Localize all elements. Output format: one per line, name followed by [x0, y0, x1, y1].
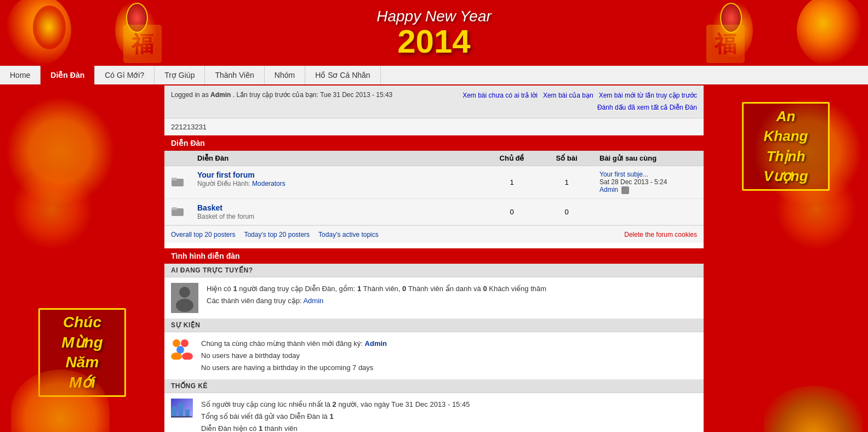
- forum-section-title: Diễn Đàn: [171, 139, 205, 147]
- col-forum: Diễn Đàn: [192, 151, 484, 166]
- forum-table: Diễn Đàn Chủ đề Số bài Bài gửi sau cùng: [164, 151, 704, 225]
- col-last-post: Bài gửi sau cùng: [594, 151, 704, 166]
- last-post-icon: [621, 186, 629, 194]
- stats-section: Số người truy cập cùng lúc nhiều nhất là…: [164, 393, 704, 432]
- nav-tro-giup[interactable]: Trợ Giúp: [155, 66, 205, 84]
- svg-rect-11: [172, 407, 176, 417]
- folder-icon-2: [172, 206, 185, 217]
- footer-links-left: Overall top 20 posters Today's top 20 po…: [171, 231, 379, 238]
- svg-rect-3: [172, 207, 177, 210]
- link-unanswered[interactable]: Xem bài chưa có ai trả lời: [462, 92, 538, 99]
- header-banner: 福 福 Happy New Year 2014: [0, 0, 868, 66]
- sidebar-right: AnKhangThịnhVượng: [704, 86, 868, 432]
- link-top-20-today[interactable]: Today's top 20 posters: [244, 231, 310, 238]
- guest-count: 0: [483, 285, 487, 293]
- footer-links-right: Delete the forum cookies: [624, 230, 697, 238]
- svg-point-7: [181, 339, 189, 347]
- forum-name-cell-2: Basket Basket of the forum: [192, 199, 484, 225]
- info-bar-left: Logged in as Admin . Lần truy cập trước …: [171, 90, 392, 100]
- forum-name-link-1[interactable]: Your first forum: [197, 170, 255, 179]
- forum-description-2: Basket of the forum: [197, 213, 254, 220]
- nav-home[interactable]: Home: [0, 66, 41, 84]
- svg-point-4: [179, 287, 190, 298]
- last-post-title-1[interactable]: Your first subje...: [599, 170, 648, 178]
- last-post-date-1: Sat 28 Dec 2013 - 5:24: [599, 178, 667, 186]
- stats-3-count: 1: [259, 424, 262, 432]
- link-active-topics[interactable]: Today's active topics: [318, 231, 379, 238]
- nav-ho-so[interactable]: Hồ Sơ Cá Nhân: [305, 66, 380, 84]
- hidden-count: 0: [402, 285, 406, 293]
- table-row: Basket Basket of the forum 0 0: [164, 199, 704, 225]
- svg-point-10: [182, 353, 193, 360]
- header-left-decoration: 福: [0, 0, 164, 66]
- nav-thanh-vien[interactable]: Thành Viên: [205, 66, 264, 84]
- logged-in-username: Admin: [210, 91, 231, 99]
- right-deco-text: AnKhangThịnhVượng: [748, 106, 824, 186]
- online-text: Hiện có 1 người đang truy cập Diễn Đàn, …: [207, 283, 546, 307]
- stats-1: Số người truy cập cùng lúc nhiều nhất là…: [201, 400, 470, 408]
- svg-rect-1: [172, 178, 177, 180]
- svg-point-5: [176, 299, 193, 312]
- footer-links: Overall top 20 posters Today's top 20 po…: [164, 225, 704, 243]
- stats-3: Diễn Đàn hiện có 1 thành viên: [201, 424, 298, 432]
- forum-section-header: Diễn Đàn: [164, 135, 704, 151]
- link-delete-cookies[interactable]: Delete the forum cookies: [624, 231, 697, 238]
- svg-point-8: [176, 346, 184, 354]
- online-count: 1: [233, 285, 237, 293]
- event-icon: [171, 338, 193, 360]
- link-mark-all-read[interactable]: Đánh dấu đã xem tất cả Diễn Đàn: [597, 104, 697, 111]
- logged-in-label: Logged in as: [171, 91, 209, 99]
- folder-icon: [172, 176, 185, 187]
- stats-1-count: 2: [333, 400, 336, 408]
- col-icon: [164, 151, 192, 166]
- forum-moderator-1: Người Điều Hành: Moderators: [197, 180, 285, 187]
- forum-topics-1: 1: [484, 166, 539, 199]
- su-kien-title: SỰ KIỆN: [171, 321, 201, 329]
- new-member-text: Chúng ta cùng chào mừng thành viên mới đ…: [201, 339, 363, 348]
- main-wrapper: ChúcMừngNămMới Logged in as Admin . Lần …: [0, 86, 868, 432]
- username-counter: 221213231: [164, 118, 704, 135]
- online-section: Hiện có 1 người đang truy cập Diễn Đàn, …: [164, 277, 704, 319]
- last-post-user-1[interactable]: Admin: [599, 186, 618, 194]
- nav-co-gi-moi[interactable]: Có Gì Mới?: [95, 66, 155, 84]
- stats-text: Số người truy cập cùng lúc nhiều nhất là…: [201, 399, 470, 432]
- member-count: 1: [357, 285, 361, 293]
- tinh-hinh-title: Tình hình diễn đàn: [171, 252, 240, 260]
- stats-icon: [171, 399, 193, 418]
- nav-nhom[interactable]: Nhóm: [265, 66, 305, 84]
- person-silhouette: [174, 285, 196, 312]
- stats-2-count: 1: [329, 412, 333, 420]
- thong-ke-title: THỐNG KÊ: [171, 382, 208, 390]
- event-people-icon: [171, 338, 193, 360]
- current-member-link[interactable]: Admin: [303, 297, 323, 305]
- thong-ke-header: THỐNG KÊ: [164, 379, 704, 393]
- forum-topics-2: 0: [484, 199, 539, 225]
- header-center: Happy New Year 2014: [376, 8, 492, 58]
- su-kien-header: SỰ KIỆN: [164, 319, 704, 332]
- link-top-20-overall[interactable]: Overall top 20 posters: [171, 231, 235, 238]
- svg-rect-13: [185, 410, 190, 417]
- moderator-link-1[interactable]: Moderators: [252, 180, 285, 187]
- ai-dang-title: AI ĐANG TRỰC TUYẾN?: [171, 266, 253, 274]
- last-access-text: . Lần truy cập trước của bạn: Tue 31 Dec…: [233, 91, 392, 99]
- svg-rect-12: [179, 403, 183, 417]
- forum-last-post-1: Your first subje... Sat 28 Dec 2013 - 5:…: [594, 166, 704, 199]
- stats-chart-icon: [171, 399, 193, 418]
- birthday-2: No users are having a birthday in the up…: [201, 363, 373, 372]
- tinh-hinh-header: Tình hình diễn đàn: [164, 248, 704, 264]
- online-text-1: Hiện có 1 người đang truy cập Diễn Đàn, …: [207, 285, 546, 293]
- nav-dien-dan[interactable]: Diễn Đàn: [41, 66, 95, 84]
- forum-name-link-2[interactable]: Basket: [197, 203, 222, 212]
- sidebar-left: ChúcMừngNămMới: [0, 86, 164, 432]
- info-bar: Logged in as Admin . Lần truy cập trước …: [164, 86, 704, 118]
- forum-last-post-2: [594, 199, 704, 225]
- year-text: 2014: [376, 25, 492, 58]
- ai-dang-header: AI ĐANG TRỰC TUYẾN?: [164, 264, 704, 277]
- link-new-posts[interactable]: Xem bài mới từ lần truy cập trước: [599, 92, 697, 99]
- forum-posts-1: 1: [539, 166, 594, 199]
- stats-2: Tổng số bài viết đã gửi vào Diễn Đàn là …: [201, 412, 334, 420]
- forum-row-icon-cell-2: [164, 199, 192, 225]
- new-member-link[interactable]: Admin: [365, 339, 387, 348]
- link-my-posts[interactable]: Xem bài của bạn: [543, 92, 593, 99]
- col-topics: Chủ đề: [484, 151, 539, 166]
